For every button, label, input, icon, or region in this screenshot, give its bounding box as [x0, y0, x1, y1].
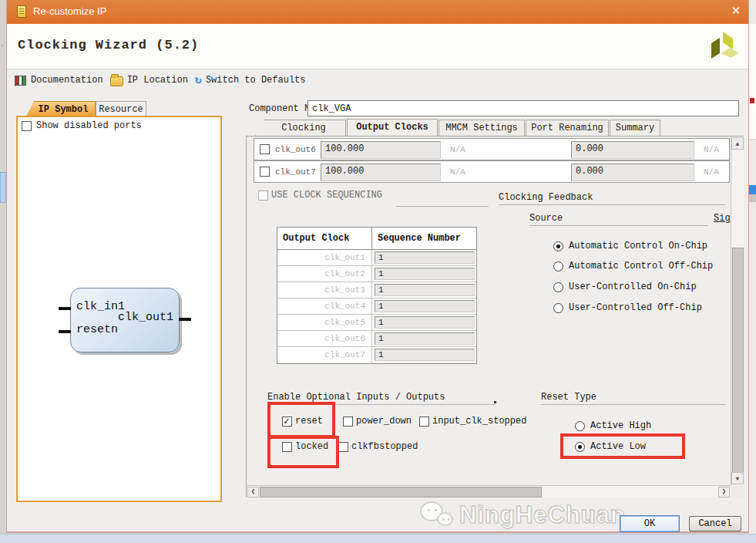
watermark-text: NingHeChuan: [459, 501, 626, 529]
documentation-button[interactable]: Documentation: [15, 75, 103, 86]
vertical-scrollbar[interactable]: ▲ ▼: [731, 137, 744, 485]
power-down-label: power_down: [356, 416, 412, 427]
radio-label: Automatic Control Off-Chip: [569, 261, 713, 272]
power-down-checkbox[interactable]: [343, 417, 353, 427]
sequence-clock-name: clk_out4: [277, 298, 372, 314]
radio-icon[interactable]: [553, 282, 563, 292]
ip-location-label: IP Location: [127, 75, 188, 86]
radio-automatic-control-on-chip[interactable]: Automatic Control On-Chip: [553, 241, 707, 251]
sequence-number-field[interactable]: 1: [375, 300, 475, 312]
background-window-right-sliver: [749, 0, 756, 543]
sequence-row-clk_out6: clk_out61: [277, 331, 476, 347]
background-arrow-glyph: ›: [0, 42, 4, 50]
sequence-clock-name: clk_out6: [277, 331, 372, 346]
radio-active-high[interactable]: Active High: [575, 420, 651, 431]
documentation-label: Documentation: [31, 75, 103, 86]
radio-label: Automatic Control On-Chip: [569, 241, 707, 251]
highlight-box-locked: [267, 436, 339, 468]
reset-type-title: Reset Type: [541, 392, 596, 403]
clk-out7-actual-freq: N/A: [450, 167, 465, 177]
clk-out6-checkbox[interactable]: [260, 144, 270, 154]
radio-user-controlled-off-chip[interactable]: User-Controlled Off-Chip: [553, 302, 702, 313]
title-bar[interactable]: Re-customize IP ✕: [7, 0, 748, 24]
tab-mmcm-settings[interactable]: MMCM Settings: [438, 120, 525, 136]
radio-user-controlled-on-chip[interactable]: User-Controlled On-Chip: [553, 282, 697, 292]
clk-out6-label: clk_out6: [275, 145, 316, 154]
toolbar: Documentation IP Location ↻ Switch to De…: [7, 69, 748, 91]
sequence-row-clk_out7: clk_out71: [277, 347, 476, 363]
show-disabled-ports-row[interactable]: Show disabled ports: [22, 120, 142, 131]
window-title: Re-customize IP: [33, 5, 106, 17]
ip-document-icon: [17, 5, 26, 18]
sequence-number-field[interactable]: 1: [375, 251, 475, 264]
sequence-number-field[interactable]: 1: [375, 332, 475, 345]
clkfbstopped-checkbox[interactable]: [338, 442, 348, 452]
tab-clocking-options[interactable]: Clocking Options: [255, 120, 346, 136]
clk-in1-stub: [59, 307, 71, 310]
clk-out7-label: clk_out7: [275, 167, 316, 177]
output-clocks-panel: clk_out6 100.000 N/A 0.000 N/A clk_out7 …: [246, 136, 744, 497]
tab-output-clocks[interactable]: Output Clocks: [347, 119, 438, 136]
radio-icon[interactable]: [553, 303, 563, 313]
clk-out7-freq-field[interactable]: 100.000: [321, 164, 441, 181]
clk-out7-checkbox[interactable]: [260, 167, 270, 177]
radio-automatic-control-off-chip[interactable]: Automatic Control Off-Chip: [553, 261, 713, 272]
sequence-number-field[interactable]: 1: [375, 284, 475, 296]
horizontal-scrollbar[interactable]: ❮ ❯: [247, 485, 731, 497]
clkfbstopped-checkbox-row[interactable]: clkfbstopped: [338, 441, 418, 452]
sequence-clock-name: clk_out7: [277, 347, 372, 363]
sequence-number-field[interactable]: 1: [375, 316, 475, 329]
cancel-button[interactable]: Cancel: [689, 516, 741, 531]
sequence-number-field[interactable]: 1: [375, 349, 475, 361]
clk-out6-phase-field[interactable]: 0.000: [571, 141, 694, 159]
tab-resource[interactable]: Resource: [96, 101, 146, 116]
close-icon[interactable]: ✕: [727, 4, 744, 19]
clk-out7-phase-field[interactable]: 0.000: [571, 164, 694, 181]
scroll-right-icon[interactable]: ❯: [718, 487, 730, 497]
input-clk-stopped-checkbox[interactable]: [419, 417, 429, 427]
sequence-table-header: Output Clock Sequence Number: [277, 228, 476, 250]
scroll-up-icon[interactable]: ▲: [731, 137, 744, 150]
wizard-header: Clocking Wizard (5.2): [7, 24, 748, 69]
sequence-row-clk_out2: clk_out21: [277, 266, 476, 282]
optional-io-title: Enable Optional Inputs / Outputs: [267, 392, 445, 403]
tab-ip-symbol[interactable]: IP Symbol: [26, 101, 96, 116]
background-blue-block: [0, 172, 6, 203]
switch-to-defaults-button[interactable]: ↻ Switch to Defaults: [195, 75, 306, 86]
sequencing-underline: [396, 206, 489, 207]
ok-button[interactable]: OK: [620, 515, 680, 532]
sequence-row-clk_out3: clk_out31: [277, 282, 476, 298]
sequence-number-field[interactable]: 1: [375, 268, 475, 280]
ip-location-button[interactable]: IP Location: [110, 75, 188, 86]
component-name-input[interactable]: clk_VGA: [307, 100, 739, 116]
underline-end-dot: [494, 401, 496, 403]
vertical-scroll-thumb[interactable]: [732, 248, 744, 473]
radio-icon[interactable]: [553, 261, 563, 272]
wizard-title: Clocking Wizard (5.2): [18, 38, 199, 52]
tab-port-renaming[interactable]: Port Renaming: [526, 120, 609, 136]
sequence-clock-name: clk_out5: [277, 315, 372, 330]
radio-icon[interactable]: [553, 241, 563, 251]
column-sequence-number: Sequence Number: [372, 228, 476, 249]
table-row-clk-out6: clk_out6 100.000 N/A 0.000 N/A: [254, 138, 730, 160]
background-white-block: [749, 24, 756, 140]
clocking-feedback-underline: [499, 204, 726, 205]
books-icon: [15, 75, 27, 86]
source-label: Source: [529, 213, 563, 224]
input-clk-stopped-checkbox-row[interactable]: input_clk_stopped: [419, 416, 526, 427]
clk-out6-freq-field[interactable]: 100.000: [321, 141, 441, 159]
scroll-down-icon[interactable]: ▼: [731, 472, 744, 484]
power-down-checkbox-row[interactable]: power_down: [343, 416, 412, 427]
radio-label: User-Controlled Off-Chip: [569, 302, 702, 313]
use-clock-sequencing-checkbox[interactable]: [258, 191, 268, 201]
show-disabled-ports-checkbox[interactable]: [22, 121, 32, 131]
background-window-left-sliver: ›: [0, 0, 6, 543]
use-clock-sequencing-row[interactable]: USE CLOCK SEQUENCING: [258, 190, 382, 201]
radio-icon[interactable]: [575, 421, 585, 431]
folder-icon: [110, 76, 123, 86]
signaling-label-clipped: Sig: [714, 213, 731, 224]
sequence-table-rows: clk_out11clk_out21clk_out31clk_out41clk_…: [277, 250, 476, 363]
horizontal-scroll-thumb[interactable]: [260, 487, 542, 497]
tab-summary[interactable]: Summary: [610, 120, 660, 136]
scroll-left-icon[interactable]: ❮: [247, 487, 259, 497]
